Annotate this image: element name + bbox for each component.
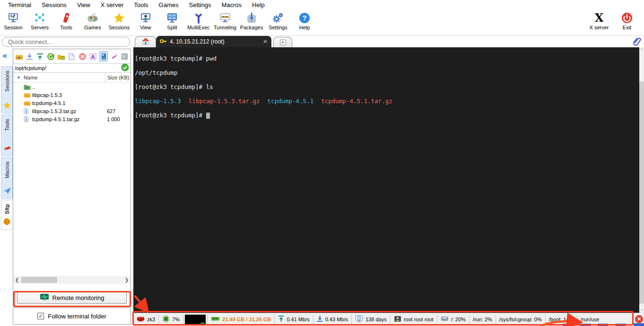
file-row-libpcap-dir[interactable]: libpcap-1.5.3 [13, 91, 131, 99]
sidebar-tab-tools[interactable]: Tools [1, 115, 13, 156]
swiss-knife-icon [3, 145, 11, 153]
plus-icon: + [280, 39, 286, 45]
refresh-button[interactable] [46, 51, 55, 62]
terminal-prompt-line: [root@zk3 tcpdump]# [135, 112, 638, 119]
folder-icon [24, 92, 31, 98]
split-button[interactable]: Split [159, 10, 185, 35]
menu-help[interactable]: Help [247, 0, 270, 9]
status-disk-cgroup: /sys/fs/cgroup: 0% [496, 315, 546, 324]
file-list-header[interactable]: ▼ Name Size (KB) [13, 73, 131, 83]
file-panel-horizontal-scrollbar[interactable]: ❮ ❯ [14, 276, 130, 284]
multiexec-label: MultiExec [187, 25, 210, 30]
name-column-header[interactable]: Name [24, 75, 105, 80]
terminal-scrollbar-thumb[interactable] [639, 81, 644, 304]
current-path[interactable]: /opt/tcpdump/ [15, 65, 121, 71]
sessions-button[interactable]: Sessions [106, 10, 132, 35]
scroll-left-icon[interactable]: ❮ [14, 277, 20, 282]
status-disk-boot: /boot: 14% [546, 315, 578, 324]
sidebar-tab-macros[interactable]: Macros [1, 157, 13, 199]
magic-wand-button[interactable] [110, 51, 118, 62]
file-row-libpcap-targz[interactable]: libpcap-1.5.3.tar.gz 627 [13, 107, 131, 115]
sidebar-tab-sftp[interactable]: Sftp [1, 200, 13, 230]
terminal-folder-button[interactable] [121, 51, 129, 62]
download-arrow-icon [317, 315, 323, 323]
games-icon [86, 11, 99, 25]
settings-button[interactable]: Settings [265, 10, 291, 35]
tunneling-button[interactable]: Tunneling [212, 10, 238, 35]
attachment-paperclip-icon[interactable] [633, 36, 642, 48]
new-file-button[interactable] [68, 51, 76, 62]
packages-button[interactable]: Packages [238, 10, 265, 35]
x-server-icon: X [592, 11, 606, 25]
scrollbar-thumb[interactable] [21, 277, 57, 283]
file-row-parent[interactable]: .. [13, 83, 131, 91]
new-folder-button[interactable] [57, 51, 65, 62]
close-tab-icon[interactable]: ✕ [263, 38, 268, 45]
sftp-file-panel: A /opt/tcpdump/ ▼ Name Size (KB) .. libp… [13, 49, 131, 307]
menu-tools[interactable]: Tools [129, 0, 153, 9]
new-tab-button[interactable]: + [273, 37, 292, 47]
go-path-button[interactable] [121, 63, 129, 73]
sidebar-tab-sessions[interactable]: Sessions [1, 66, 13, 114]
parent-directory-button[interactable] [15, 51, 23, 62]
help-icon: ? [298, 11, 311, 25]
star-icon [3, 102, 11, 111]
status-users: root root root [391, 315, 437, 324]
background-window-fragment [616, 324, 626, 326]
download-button[interactable] [25, 51, 34, 62]
follow-terminal-folder-panel: ✓ Follow terminal folder [13, 308, 131, 325]
active-session-tab[interactable]: 4. 10.15.21.212 (root) ✕ [156, 36, 271, 47]
sessions-tab-label: Sessions [4, 70, 10, 92]
redhat-icon [137, 316, 145, 323]
menu-sessions[interactable]: Sessions [36, 0, 72, 9]
rename-button[interactable]: A [88, 51, 97, 62]
multiexec-button[interactable]: MultiExec [185, 10, 212, 35]
view-button[interactable]: View [132, 10, 159, 35]
games-label: Games [84, 25, 101, 30]
remote-drive-button[interactable] [99, 51, 108, 62]
terminal-screen[interactable]: [root@zk3 tcpdump]# pwd /opt/tcpdump [ro… [133, 47, 639, 313]
delete-button[interactable] [78, 51, 87, 62]
collapse-sidebar-icon[interactable]: « [2, 50, 7, 61]
upload-button[interactable] [36, 51, 44, 62]
menu-view[interactable]: View [72, 0, 96, 9]
x-server-label: X server [590, 25, 609, 30]
help-label: Help [299, 25, 310, 30]
help-button[interactable]: ? Help [291, 10, 318, 35]
x-server-button[interactable]: X X server [584, 10, 614, 35]
file-row-tcpdump-targz[interactable]: tcpdump-4.5.1.tar.gz 1 000 [13, 115, 131, 123]
terminal-scrollbar[interactable]: ⌃ ⌄ [639, 47, 644, 313]
session-icon [7, 11, 20, 25]
scroll-up-icon[interactable]: ⌃ [639, 47, 644, 54]
sort-direction-icon[interactable]: ▼ [17, 75, 21, 80]
menu-macros[interactable]: Macros [216, 0, 247, 9]
size-column-header[interactable]: Size (KB) [105, 73, 131, 82]
file-name: libpcap-1.5.3.tar.gz [32, 108, 107, 114]
settings-gear-icon [271, 11, 285, 25]
servers-button[interactable]: Servers [26, 10, 53, 35]
exit-power-icon [620, 11, 634, 25]
sessions-star-icon [113, 11, 126, 25]
remote-monitoring-button[interactable]: Remote monitoring [17, 292, 127, 304]
exit-label: Exit [623, 25, 631, 30]
games-button[interactable]: Games [79, 10, 106, 35]
menu-games[interactable]: Games [154, 0, 184, 9]
paper-plane-icon [3, 187, 11, 196]
split-label: Split [167, 25, 177, 30]
status-bar-close-button[interactable]: ✕ [635, 315, 643, 323]
session-button[interactable]: Session [0, 10, 26, 35]
status-disk-run: /run: 2% [470, 315, 496, 324]
menu-terminal[interactable]: Terminal [3, 0, 36, 9]
sftp-path-row: /opt/tcpdump/ [13, 63, 131, 73]
exit-button[interactable]: Exit [614, 10, 640, 35]
remote-monitoring-label: Remote monitoring [52, 294, 104, 301]
menu-x-server[interactable]: X server [96, 0, 129, 9]
quick-connect-input[interactable] [2, 37, 130, 47]
tools-button[interactable]: Tools [53, 10, 79, 35]
scroll-down-icon[interactable]: ⌄ [639, 306, 644, 313]
home-tab[interactable] [135, 36, 156, 47]
menu-settings[interactable]: Settings [184, 0, 217, 9]
file-row-tcpdump-dir[interactable]: tcpdump-4.5.1 [13, 99, 131, 107]
follow-terminal-folder-checkbox[interactable]: ✓ [37, 313, 44, 319]
scroll-right-icon[interactable]: ❯ [123, 277, 130, 282]
